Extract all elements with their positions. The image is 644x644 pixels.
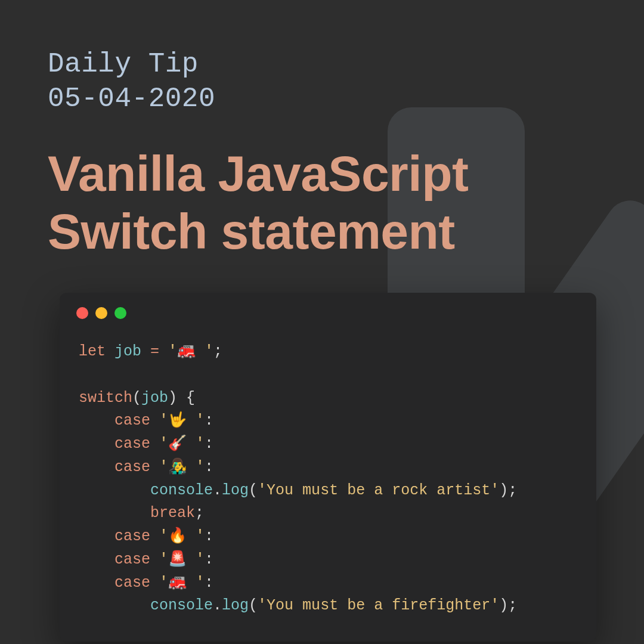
str-msg-2: 'You must be a firefighter' bbox=[258, 597, 499, 614]
lparen: ( bbox=[132, 389, 141, 407]
kicker-label: Daily Tip 05-04-2020 bbox=[48, 48, 596, 116]
code-window: let job = '🚒 '; switch(job) { case '🤟 ':… bbox=[60, 293, 596, 642]
code-block: let job = '🚒 '; switch(job) { case '🤟 ':… bbox=[60, 327, 596, 642]
colon-6: : bbox=[205, 574, 213, 592]
maximize-dot-icon bbox=[114, 307, 126, 319]
str-job-value: '🚒 ' bbox=[168, 343, 213, 360]
colon-1: : bbox=[205, 412, 213, 429]
method-log-2: log bbox=[222, 597, 249, 614]
colon-2: : bbox=[205, 435, 213, 453]
semi-1: ; bbox=[213, 343, 222, 360]
lparen-2: ( bbox=[249, 482, 258, 499]
window-traffic-lights bbox=[60, 293, 596, 327]
semi-2: ; bbox=[508, 482, 517, 499]
kicker-line-1: Daily Tip bbox=[48, 49, 199, 80]
rparen-2: ) bbox=[499, 482, 508, 499]
kw-break-1: break bbox=[150, 504, 195, 522]
kw-case-1: case bbox=[114, 412, 150, 429]
minimize-dot-icon bbox=[95, 307, 107, 319]
ident-job-2: job bbox=[141, 389, 168, 407]
method-log-1: log bbox=[222, 482, 249, 499]
ident-console-1: console bbox=[150, 482, 213, 499]
str-case-3: '👨‍🎤 ' bbox=[159, 459, 205, 476]
rparen-3: ) bbox=[499, 597, 508, 614]
str-case-6: '🚒 ' bbox=[159, 574, 205, 592]
kw-switch: switch bbox=[79, 389, 132, 407]
semi-3: ; bbox=[195, 504, 204, 522]
op-assign: = bbox=[150, 343, 159, 360]
lparen-3: ( bbox=[249, 597, 258, 614]
close-dot-icon bbox=[76, 307, 88, 319]
str-case-4: '🔥 ' bbox=[159, 528, 205, 545]
str-case-1: '🤟 ' bbox=[159, 412, 205, 429]
kw-case-3: case bbox=[114, 459, 150, 476]
title-line-2: Switch statement bbox=[48, 203, 455, 259]
colon-5: : bbox=[205, 551, 213, 568]
title-line-1: Vanilla JavaScript bbox=[48, 145, 468, 202]
kw-case-4: case bbox=[114, 528, 150, 545]
kw-case-2: case bbox=[114, 435, 150, 453]
kw-let: let bbox=[79, 343, 106, 360]
kw-case-5: case bbox=[114, 551, 150, 568]
colon-3: : bbox=[205, 459, 213, 476]
semi-4: ; bbox=[508, 597, 517, 614]
kicker-line-2: 05-04-2020 bbox=[48, 83, 215, 114]
ident-job: job bbox=[114, 343, 141, 360]
str-msg-1: 'You must be a rock artist' bbox=[258, 482, 499, 499]
kw-case-6: case bbox=[114, 574, 150, 592]
colon-4: : bbox=[205, 528, 213, 545]
ident-console-2: console bbox=[150, 597, 213, 614]
rparen: ) bbox=[168, 389, 177, 407]
str-case-2: '🎸 ' bbox=[159, 435, 205, 453]
str-case-5: '🚨 ' bbox=[159, 551, 205, 568]
dot-1: . bbox=[213, 482, 222, 499]
content-container: Daily Tip 05-04-2020 Vanilla JavaScript … bbox=[0, 0, 644, 642]
page-title: Vanilla JavaScript Switch statement bbox=[48, 145, 596, 260]
dot-2: . bbox=[213, 597, 222, 614]
lbrace: { bbox=[186, 389, 195, 407]
